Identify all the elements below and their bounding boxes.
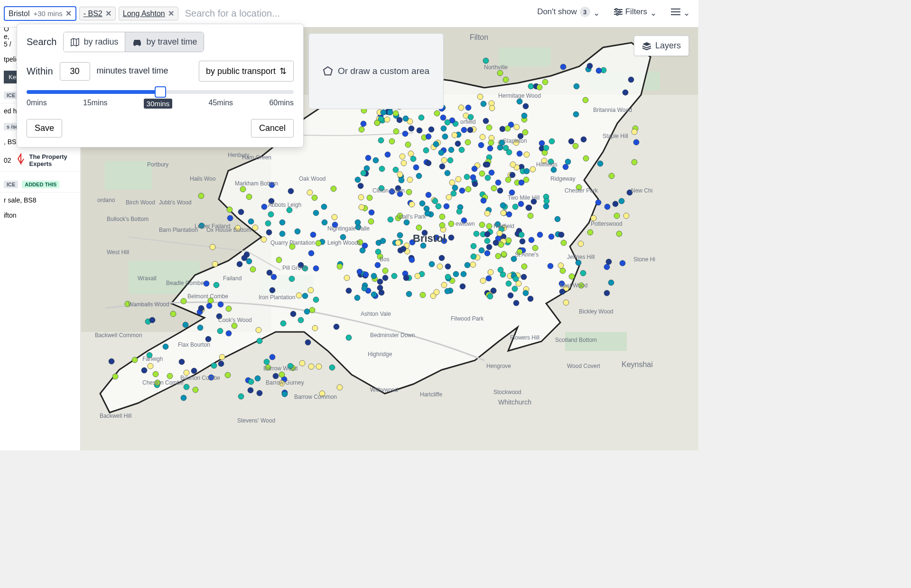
svg-point-321 (485, 175, 491, 181)
dont-show-dropdown[interactable]: Don't show 3 ⌄ (532, 4, 604, 20)
chip-bs2[interactable]: - BS2 ✕ (79, 7, 116, 20)
svg-point-514 (375, 262, 381, 268)
svg-point-187 (267, 270, 272, 276)
minutes-input[interactable] (60, 62, 90, 81)
svg-point-365 (604, 204, 610, 210)
svg-point-452 (452, 132, 457, 138)
svg-point-548 (295, 229, 300, 234)
svg-point-535 (471, 243, 476, 249)
svg-point-145 (480, 278, 486, 284)
chip-long-ashton[interactable]: Long Ashton ✕ (119, 7, 178, 20)
svg-point-400 (264, 359, 270, 365)
svg-point-222 (423, 147, 429, 153)
svg-point-94 (483, 118, 489, 124)
svg-point-554 (495, 253, 501, 259)
svg-point-297 (256, 327, 261, 333)
menu-button[interactable]: ⌄ (666, 4, 695, 20)
transport-mode-select[interactable]: by public transport ⇅ (199, 61, 294, 82)
svg-point-464 (226, 306, 232, 312)
svg-point-504 (459, 188, 465, 193)
svg-point-260 (403, 116, 409, 121)
svg-point-150 (609, 173, 614, 179)
svg-point-457 (346, 288, 352, 294)
svg-point-562 (615, 9, 617, 10)
svg-point-354 (395, 185, 401, 191)
svg-point-281 (416, 225, 422, 230)
svg-point-184 (141, 368, 147, 373)
svg-point-382 (357, 269, 363, 275)
svg-point-403 (214, 282, 219, 288)
svg-point-168 (447, 157, 453, 163)
svg-point-542 (357, 239, 363, 245)
svg-point-453 (474, 231, 479, 237)
svg-point-239 (470, 175, 476, 180)
svg-point-80 (227, 215, 233, 221)
svg-point-280 (373, 157, 379, 163)
close-icon[interactable]: ✕ (105, 9, 112, 18)
by-travel-time-button[interactable]: by travel time (125, 32, 204, 52)
close-icon[interactable]: ✕ (168, 9, 174, 18)
svg-point-441 (382, 268, 388, 274)
svg-point-262 (438, 150, 444, 156)
svg-point-295 (491, 288, 496, 294)
svg-point-235 (198, 193, 204, 199)
svg-point-421 (508, 293, 513, 298)
svg-point-133 (279, 220, 285, 225)
svg-point-303 (382, 275, 388, 281)
svg-point-498 (193, 387, 198, 393)
svg-point-488 (403, 275, 409, 281)
svg-point-434 (560, 64, 566, 70)
minutes-slider[interactable] (27, 90, 294, 94)
svg-point-267 (576, 184, 582, 190)
chevron-down-icon: ⌄ (683, 8, 690, 18)
svg-point-293 (448, 147, 454, 153)
svg-point-113 (408, 151, 414, 156)
svg-point-418 (257, 390, 262, 396)
svg-point-429 (416, 173, 422, 179)
close-icon[interactable]: ✕ (65, 9, 72, 18)
svg-point-254 (359, 204, 364, 210)
svg-point-568 (134, 44, 136, 46)
svg-rect-3 (105, 161, 152, 190)
svg-point-438 (581, 137, 586, 142)
svg-point-325 (265, 365, 271, 370)
svg-point-533 (340, 234, 346, 240)
svg-point-545 (521, 113, 527, 119)
chip-bristol[interactable]: Bristol +30 mins ✕ (4, 6, 76, 21)
svg-point-266 (580, 270, 586, 276)
svg-point-381 (279, 380, 285, 386)
svg-rect-6 (565, 332, 627, 351)
layers-button[interactable]: Layers (634, 36, 689, 56)
svg-point-366 (506, 149, 512, 155)
svg-point-41 (446, 194, 452, 200)
svg-point-14 (509, 190, 515, 195)
svg-point-424 (517, 99, 522, 104)
svg-point-432 (237, 261, 242, 267)
svg-point-474 (433, 141, 439, 147)
svg-point-39 (513, 140, 519, 146)
svg-point-519 (299, 360, 305, 366)
svg-point-186 (484, 238, 490, 244)
draw-custom-area-button[interactable]: Or draw a custom area (308, 33, 444, 109)
svg-point-525 (302, 293, 308, 299)
svg-point-398 (354, 295, 360, 301)
by-radius-button[interactable]: by radius (64, 32, 125, 52)
svg-point-300 (558, 232, 564, 238)
svg-point-367 (524, 168, 530, 174)
cancel-button[interactable]: Cancel (251, 119, 294, 138)
svg-point-171 (461, 218, 467, 223)
svg-point-287 (225, 372, 231, 378)
svg-point-500 (541, 158, 547, 164)
svg-point-301 (448, 235, 454, 240)
svg-point-270 (627, 190, 632, 195)
svg-point-480 (470, 262, 476, 267)
save-button[interactable]: Save (27, 119, 62, 138)
svg-point-319 (465, 262, 470, 268)
svg-point-447 (499, 140, 505, 146)
svg-point-175 (559, 281, 565, 286)
svg-point-40 (248, 387, 253, 393)
svg-point-433 (288, 363, 293, 369)
slider-thumb[interactable] (155, 86, 166, 98)
filters-button[interactable]: Filters ⌄ (609, 4, 661, 20)
svg-point-521 (543, 145, 549, 151)
